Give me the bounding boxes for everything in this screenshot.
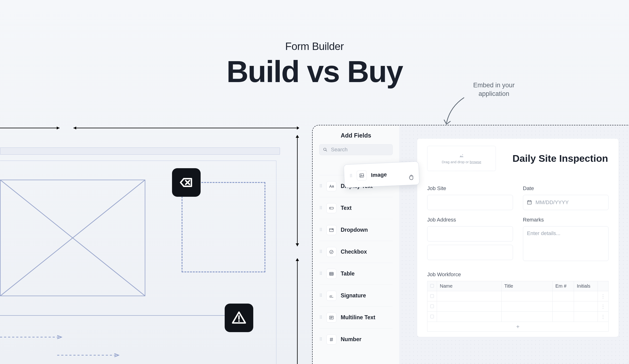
drag-handle-icon[interactable]: ⠿ [319, 185, 322, 187]
wireframe-panel [0, 125, 300, 364]
grab-cursor-icon [408, 174, 414, 181]
svg-marker-1 [57, 127, 60, 129]
col-em: Em # [553, 281, 574, 291]
warning-badge-icon [225, 304, 253, 332]
svg-point-39 [462, 154, 463, 155]
workforce-label: Job Workforce [427, 272, 461, 277]
col-initials: Initials [574, 281, 598, 291]
svg-line-18 [326, 150, 327, 151]
field-item-signature[interactable]: ⠿ Signature [319, 284, 393, 306]
checkbox-icon[interactable] [430, 284, 434, 288]
image-dropzone[interactable]: Drag and drop or browse [427, 146, 496, 171]
svg-line-38 [332, 338, 332, 341]
image-icon [356, 170, 367, 181]
svg-point-16 [238, 320, 240, 322]
fields-sidebar: Add Fields ⠿ Image ⠿ Display Text ⠿ Text [313, 125, 400, 364]
table-row[interactable]: ⋮ [427, 291, 609, 301]
row-menu-icon[interactable]: ⋮ [598, 301, 609, 312]
drag-handle-icon[interactable]: ⠿ [319, 316, 322, 319]
field-label: Image [371, 171, 387, 179]
sidebar-title: Add Fields [319, 132, 393, 139]
add-row-button[interactable]: + [427, 322, 609, 332]
field-label: Multiline Text [341, 314, 375, 321]
drag-handle-icon[interactable]: ⠿ [319, 229, 322, 231]
page-subtitle: Form Builder [0, 40, 629, 52]
field-label: Table [341, 271, 354, 277]
search-icon [323, 148, 327, 152]
field-label: Dropdown [341, 227, 368, 233]
svg-line-37 [330, 338, 331, 341]
remarks-input[interactable] [523, 226, 609, 261]
svg-rect-40 [527, 201, 531, 204]
field-item-checkbox[interactable]: ⠿ Checkbox [319, 241, 393, 263]
field-label: Checkbox [341, 249, 367, 255]
field-item-number[interactable]: ⠿ Number [319, 328, 393, 350]
field-item-dropdown[interactable]: ⠿ Dropdown [319, 219, 393, 241]
checkbox-icon[interactable] [430, 315, 434, 318]
form-builder-app: Add Fields ⠿ Image ⠿ Display Text ⠿ Text [312, 125, 629, 364]
field-label: Text [341, 205, 352, 211]
remarks-label: Remarks [523, 217, 609, 223]
row-menu-icon[interactable]: ⋮ [598, 291, 609, 301]
svg-rect-21 [329, 207, 333, 209]
drag-handle-icon[interactable]: ⠿ [319, 338, 322, 341]
search-input[interactable] [319, 144, 393, 155]
col-name: Name [437, 281, 501, 291]
form-title: Daily Site Inspection [512, 153, 608, 164]
field-item-multiline[interactable]: ⠿ Multiline Text [319, 306, 393, 328]
field-item-table[interactable]: ⠿ Table [319, 263, 393, 284]
calendar-icon [527, 200, 532, 205]
drag-handle-icon[interactable]: ⠿ [319, 207, 322, 209]
signature-icon [326, 291, 336, 301]
delete-badge-icon [172, 168, 201, 197]
dropdown-icon [326, 225, 336, 235]
field-label: Number [341, 336, 361, 343]
drag-handle-icon[interactable]: ⠿ [319, 251, 322, 253]
svg-point-25 [330, 250, 333, 254]
text-aa-icon [326, 181, 336, 191]
multiline-icon [326, 313, 336, 323]
checkbox-icon[interactable] [430, 304, 434, 308]
text-field-icon [326, 203, 336, 213]
checkbox-icon[interactable] [430, 294, 434, 298]
field-item-text[interactable]: ⠿ Text [319, 197, 393, 219]
drag-handle-icon[interactable]: ⠿ [319, 273, 322, 275]
form-canvas: Drag and drop or browse Daily Site Inspe… [400, 125, 629, 364]
date-label: Date [523, 185, 609, 191]
job-site-input[interactable] [427, 195, 513, 210]
svg-marker-4 [297, 126, 299, 130]
job-address-label: Job Address [427, 217, 513, 223]
dragged-field-card[interactable]: ⠿ Image [343, 161, 420, 188]
checkbox-icon [326, 247, 336, 257]
svg-marker-3 [73, 127, 76, 129]
col-title: Title [501, 281, 552, 291]
page-title: Build vs Buy [0, 56, 629, 88]
image-icon [458, 153, 465, 159]
dropzone-text: Drag and drop or browse [442, 160, 481, 164]
table-row[interactable]: ⋮ [427, 301, 609, 312]
row-menu-icon[interactable]: ⋮ [598, 312, 609, 322]
date-input[interactable] [523, 195, 609, 210]
svg-point-20 [361, 175, 361, 175]
job-address-input-1[interactable] [427, 226, 513, 242]
field-label: Signature [341, 292, 366, 299]
job-address-input-2[interactable] [427, 245, 513, 260]
svg-marker-7 [296, 243, 299, 246]
embed-annotation: Embed in your application [473, 81, 515, 98]
drag-handle-icon[interactable]: ⠿ [349, 175, 352, 177]
annotation-arrow-icon [440, 95, 469, 128]
drag-handle-icon[interactable]: ⠿ [319, 294, 322, 297]
workforce-table[interactable]: Name Title Em # Initials ⋮ ⋮ ⋮ [427, 281, 609, 322]
job-site-label: Job Site [427, 185, 513, 191]
hash-icon [326, 335, 336, 345]
svg-rect-26 [329, 272, 333, 275]
table-row[interactable]: ⋮ [427, 312, 609, 322]
table-icon [326, 269, 336, 279]
